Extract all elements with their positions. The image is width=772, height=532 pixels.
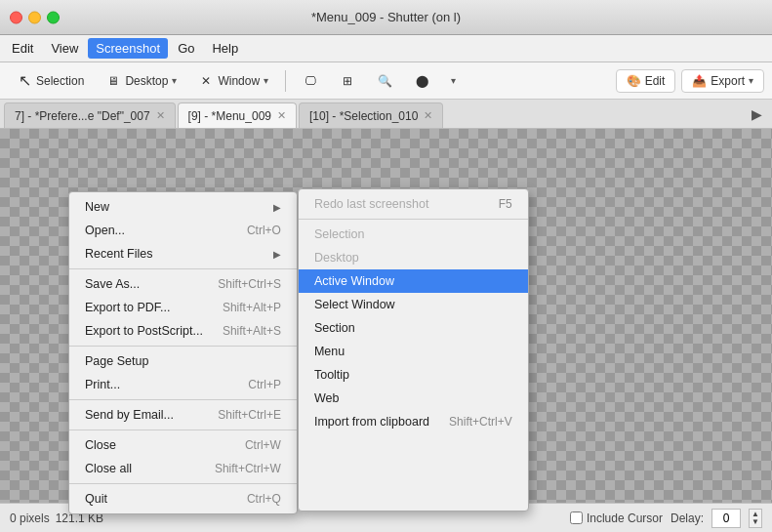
- menu-go[interactable]: Go: [170, 38, 202, 59]
- menu-sep-5: [69, 483, 297, 484]
- include-cursor-checkbox[interactable]: [570, 512, 583, 524]
- menu-close-label: Close: [85, 438, 225, 452]
- submenu-selection: Selection: [299, 223, 528, 246]
- export-dropdown-arrow: ▾: [749, 75, 753, 86]
- submenu-redo-label: Redo last screenshot: [314, 197, 479, 211]
- window-title: *Menu_009 - Shutter (on l): [311, 10, 461, 24]
- menu-print-label: Print...: [85, 378, 228, 391]
- menu-new-label: New: [85, 200, 254, 214]
- menu-export-postscript[interactable]: Export to PostScript... Shift+Alt+S: [69, 319, 297, 343]
- menu-close[interactable]: Close Ctrl+W: [69, 433, 297, 457]
- close-window-button[interactable]: [10, 11, 22, 23]
- tab-1[interactable]: 7] - *Prefere...e "Def"_007 ✕: [4, 102, 176, 128]
- menu-new[interactable]: New ▶: [69, 195, 297, 219]
- delay-input[interactable]: [711, 509, 741, 528]
- submenu-select-window[interactable]: Select Window: [299, 293, 528, 316]
- menu-view[interactable]: View: [43, 38, 86, 59]
- toolbar-circle-button[interactable]: ⬤: [405, 68, 438, 94]
- submenu-redo-screenshot: Redo last screenshot F5: [299, 192, 528, 216]
- menu-page-setup-label: Page Setup: [85, 354, 281, 368]
- menu-save-as[interactable]: Save As... Shift+Ctrl+S: [69, 272, 297, 296]
- edit-icon: 🎨: [627, 74, 641, 88]
- menu-sep-2: [69, 346, 297, 347]
- toolbar-zoom-button[interactable]: 🔍: [368, 68, 401, 94]
- toolbar-more-button[interactable]: ▾: [442, 70, 465, 91]
- submenu-section-label: Section: [314, 321, 512, 335]
- submenu-menu[interactable]: Menu: [299, 340, 528, 363]
- submenu-active-window[interactable]: Active Window: [299, 269, 528, 293]
- menu-quit[interactable]: Quit Ctrl+Q: [69, 487, 297, 511]
- submenu-tooltip[interactable]: Tooltip: [299, 363, 528, 387]
- tab-scroll-arrow[interactable]: ▶: [746, 102, 768, 126]
- submenu-import-clipboard[interactable]: Import from clipboard Shift+Ctrl+V: [299, 410, 528, 433]
- menu-open-label: Open...: [85, 224, 227, 237]
- menu-print-shortcut: Ctrl+P: [248, 378, 281, 391]
- circle-icon: ⬤: [414, 73, 429, 89]
- menu-recent-files[interactable]: Recent Files ▶: [69, 242, 297, 266]
- menu-close-shortcut: Ctrl+W: [245, 438, 281, 452]
- maximize-window-button[interactable]: [47, 11, 60, 23]
- include-cursor-label[interactable]: Include Cursor: [587, 512, 663, 525]
- menu-close-all-label: Close all: [85, 462, 195, 475]
- menu-export-postscript-label: Export to PostScript...: [85, 324, 203, 338]
- export-label: Export: [711, 74, 745, 88]
- submenu-active-window-label: Active Window: [314, 274, 512, 288]
- menu-save-as-label: Save As...: [85, 277, 198, 291]
- app-window: *Menu_009 - Shutter (on l) Edit View Scr…: [0, 0, 772, 532]
- toolbar-window-button[interactable]: ✕ Window ▾: [189, 68, 277, 94]
- submenu-select-window-label: Select Window: [314, 298, 512, 311]
- submenu-selection-label: Selection: [314, 227, 512, 241]
- menu-close-all[interactable]: Close all Shift+Ctrl+W: [69, 457, 297, 480]
- menu-page-setup[interactable]: Page Setup: [69, 349, 297, 373]
- window-dropdown-arrow: ▾: [264, 75, 268, 86]
- menu-send-email-shortcut: Shift+Ctrl+E: [218, 408, 281, 422]
- submenu-sep-1: [299, 219, 528, 220]
- screenshot-dropdown: New ▶ Open... Ctrl+O Recent Files ▶ Save…: [68, 191, 529, 514]
- menu-new-arrow: ▶: [273, 202, 281, 213]
- toolbar-selection-button[interactable]: ↖ Selection: [8, 68, 93, 94]
- more-arrow: ▾: [451, 75, 456, 86]
- toolbar-desktop-label: Desktop: [125, 74, 168, 88]
- menu-print[interactable]: Print... Ctrl+P: [69, 373, 297, 396]
- zoom-icon: 🔍: [377, 73, 392, 89]
- title-bar: *Menu_009 - Shutter (on l): [0, 0, 772, 35]
- menu-open-shortcut: Ctrl+O: [247, 224, 281, 237]
- edit-button[interactable]: 🎨 Edit: [616, 69, 676, 93]
- menu-close-all-shortcut: Shift+Ctrl+W: [215, 462, 281, 475]
- monitor-icon: 🖵: [303, 73, 318, 89]
- tab-3[interactable]: [10] - *Selection_010 ✕: [299, 102, 443, 128]
- menu-screenshot[interactable]: Screenshot: [88, 38, 168, 59]
- delay-scroll[interactable]: ▲ ▼: [749, 509, 762, 528]
- submenu-section[interactable]: Section: [299, 316, 528, 340]
- tab-3-label: [10] - *Selection_010: [309, 109, 418, 123]
- include-cursor-wrapper: Include Cursor: [570, 512, 663, 525]
- tab-2[interactable]: [9] - *Menu_009 ✕: [178, 102, 297, 128]
- tab-2-close[interactable]: ✕: [277, 110, 286, 121]
- export-icon: 📤: [692, 74, 707, 88]
- menu-edit[interactable]: Edit: [4, 38, 41, 59]
- toolbar-monitor-button[interactable]: 🖵: [294, 68, 327, 94]
- new-submenu-panel: Redo last screenshot F5 Selection Deskto…: [298, 188, 529, 512]
- export-button[interactable]: 📤 Export ▾: [681, 69, 764, 93]
- cursor-icon: ↖: [17, 73, 32, 89]
- tab-1-close[interactable]: ✕: [156, 110, 165, 121]
- window-controls: [10, 11, 60, 23]
- desktop-icon: 🖥: [105, 73, 121, 89]
- submenu-import-clipboard-shortcut: Shift+Ctrl+V: [449, 415, 512, 429]
- toolbar-grid-button[interactable]: ⊞: [331, 68, 364, 94]
- minimize-window-button[interactable]: [28, 11, 41, 23]
- submenu-web[interactable]: Web: [299, 387, 528, 410]
- tab-3-close[interactable]: ✕: [424, 110, 432, 121]
- submenu-desktop-label: Desktop: [314, 251, 512, 265]
- menu-send-email[interactable]: Send by Email... Shift+Ctrl+E: [69, 403, 297, 427]
- status-right: Include Cursor Delay: ▲ ▼: [570, 509, 762, 528]
- menu-export-pdf[interactable]: Export to PDF... Shift+Alt+P: [69, 296, 297, 319]
- submenu-import-clipboard-label: Import from clipboard: [314, 415, 429, 429]
- tabs-bar: 7] - *Prefere...e "Def"_007 ✕ [9] - *Men…: [0, 100, 772, 129]
- pixels-label: 0 pixels: [10, 512, 50, 525]
- menu-open[interactable]: Open... Ctrl+O: [69, 219, 297, 242]
- toolbar-desktop-button[interactable]: 🖥 Desktop ▾: [97, 68, 185, 94]
- tab-1-label: 7] - *Prefere...e "Def"_007: [15, 109, 150, 123]
- menu-help[interactable]: Help: [204, 38, 246, 59]
- menu-send-email-label: Send by Email...: [85, 408, 198, 422]
